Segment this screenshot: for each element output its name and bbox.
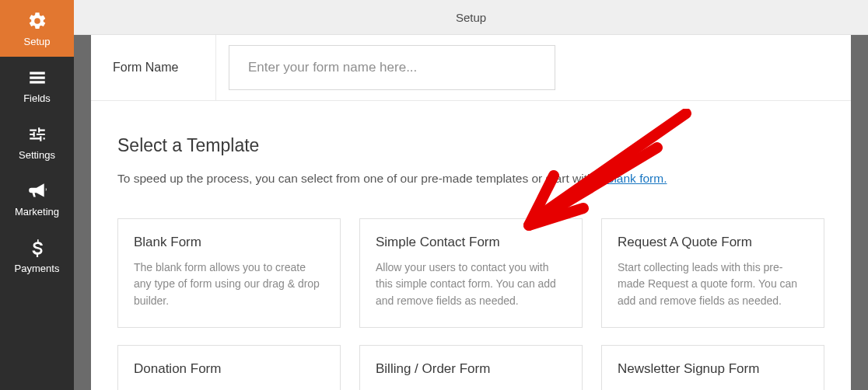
template-card-title: Blank Form xyxy=(134,235,324,250)
template-card-title: Request A Quote Form xyxy=(618,235,808,250)
template-card-newsletter[interactable]: Newsletter Signup Form xyxy=(601,345,824,390)
formname-label: Form Name xyxy=(91,35,215,100)
sliders-icon xyxy=(27,124,47,145)
sidebar-item-label: Payments xyxy=(15,263,60,274)
template-card-title: Billing / Order Form xyxy=(376,361,566,377)
template-grid: Blank Form The blank form allows you to … xyxy=(117,218,824,328)
template-card-title: Donation Form xyxy=(134,361,324,377)
dollar-icon xyxy=(27,238,47,258)
template-grid-row2: Donation Form Billing / Order Form Newsl… xyxy=(117,345,824,390)
formname-input[interactable] xyxy=(229,45,555,90)
sidebar-item-marketing[interactable]: Marketing xyxy=(0,170,74,227)
template-card-desc: The blank form allows you to create any … xyxy=(134,259,324,310)
template-card-desc: Start collecting leads with this pre-mad… xyxy=(618,259,808,310)
page-title: Setup xyxy=(456,11,486,24)
main-area: Setup Form Name Select a Template To spe… xyxy=(74,0,868,390)
gear-icon xyxy=(27,11,47,31)
megaphone-icon xyxy=(27,181,47,201)
formname-row: Form Name xyxy=(91,35,851,101)
sidebar-item-settings[interactable]: Settings xyxy=(0,113,74,170)
template-subtext: To speed up the process, you can select … xyxy=(117,170,824,187)
sidebar-item-label: Settings xyxy=(19,149,55,161)
topbar: Setup xyxy=(74,0,868,35)
list-icon xyxy=(27,68,47,88)
sidebar-item-setup[interactable]: Setup xyxy=(0,0,74,57)
formname-input-wrap xyxy=(215,35,555,100)
sidebar-item-label: Marketing xyxy=(15,206,59,218)
template-section: Select a Template To speed up the proces… xyxy=(91,101,851,390)
content: Form Name Select a Template To speed up … xyxy=(91,35,851,390)
template-card-billing[interactable]: Billing / Order Form xyxy=(359,345,583,390)
template-card-blank[interactable]: Blank Form The blank form allows you to … xyxy=(117,218,341,328)
template-sub-before: To speed up the process, you can select … xyxy=(117,172,607,185)
sidebar-item-fields[interactable]: Fields xyxy=(0,57,74,113)
template-card-request-quote[interactable]: Request A Quote Form Start collecting le… xyxy=(601,218,824,328)
sidebar-item-label: Setup xyxy=(24,36,51,47)
template-card-simple-contact[interactable]: Simple Contact Form Allow your users to … xyxy=(359,218,583,328)
sidebar-item-payments[interactable]: Payments xyxy=(0,227,74,284)
template-heading: Select a Template xyxy=(117,135,824,156)
template-card-title: Newsletter Signup Form xyxy=(618,361,808,377)
sidebar: Setup Fields Settings Marketing Payments xyxy=(0,0,74,390)
sidebar-item-label: Fields xyxy=(23,92,51,104)
template-card-desc: Allow your users to contact you with thi… xyxy=(376,259,566,310)
content-wrap: Form Name Select a Template To speed up … xyxy=(74,35,868,390)
template-card-donation[interactable]: Donation Form xyxy=(117,345,341,390)
blank-form-link[interactable]: blank form. xyxy=(607,172,667,185)
template-card-title: Simple Contact Form xyxy=(376,235,566,250)
